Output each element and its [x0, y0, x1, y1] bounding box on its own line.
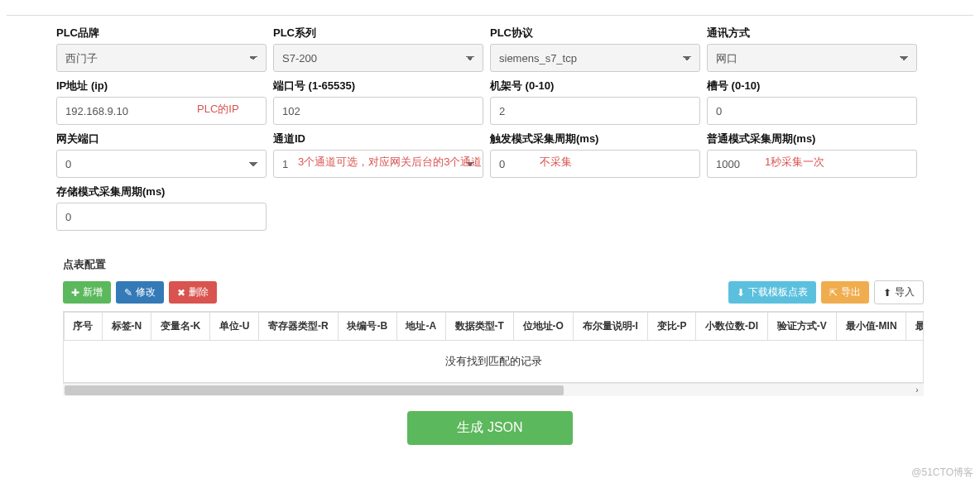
plc-brand-select[interactable]: 西门子 [56, 44, 267, 72]
col-max[interactable]: 最大值-MA [906, 313, 924, 341]
col-unit[interactable]: 单位-U [210, 313, 259, 341]
ip-label: IP地址 (ip) [56, 79, 267, 93]
plc-series-label: PLC系列 [273, 26, 483, 41]
horizontal-scrollbar[interactable]: ‹ › [63, 383, 924, 396]
table-header-row: 序号 标签-N 变量名-K 单位-U 寄存器类型-R 块编号-B 地址-A 数据… [65, 313, 925, 341]
export-icon: ⇱ [829, 287, 838, 299]
plc-series-select[interactable]: S7-200 [273, 44, 483, 72]
slot-input[interactable] [707, 97, 917, 125]
col-bitaddr[interactable]: 位地址-O [513, 313, 573, 341]
port-input[interactable] [273, 97, 483, 125]
ip-input[interactable] [56, 97, 267, 125]
edit-button[interactable]: ✎修改 [116, 281, 164, 304]
export-button[interactable]: ⇱导出 [821, 281, 869, 304]
x-icon: ✖ [177, 287, 185, 299]
point-table-title: 点表配置 [63, 257, 973, 272]
channel-label: 通道ID [273, 132, 483, 146]
port-label: 端口号 (1-65535) [273, 79, 483, 93]
trigger-cycle-input[interactable] [490, 150, 700, 178]
plc-protocol-label: PLC协议 [490, 26, 700, 41]
channel-select[interactable]: 1 [273, 150, 483, 178]
normal-cycle-label: 普通模式采集周期(ms) [707, 132, 917, 146]
col-bool[interactable]: 布尔量说明-I [573, 313, 647, 341]
scrollbar-thumb[interactable] [65, 385, 564, 395]
col-dtype[interactable]: 数据类型-T [445, 313, 513, 341]
generate-json-button[interactable]: 生成 JSON [407, 411, 572, 445]
import-button[interactable]: ⬆导入 [874, 280, 924, 304]
col-index[interactable]: 序号 [65, 313, 103, 341]
col-decimals[interactable]: 小数位数-DI [696, 313, 768, 341]
download-template-button[interactable]: ⬇下载模板点表 [728, 281, 816, 304]
col-varname[interactable]: 变量名-K [151, 313, 209, 341]
scroll-right-arrow[interactable]: › [910, 384, 924, 397]
point-table-toolbar: ✚新增 ✎修改 ✖删除 ⬇下载模板点表 ⇱导出 ⬆导入 [7, 280, 973, 311]
plus-icon: ✚ [71, 287, 79, 299]
store-cycle-label: 存储模式采集周期(ms) [56, 184, 267, 199]
rack-label: 机架号 (0-10) [490, 79, 700, 93]
download-icon: ⬇ [737, 287, 745, 299]
no-data-message: 没有找到匹配的记录 [64, 341, 923, 382]
plc-protocol-select[interactable]: siemens_s7_tcp [490, 44, 700, 72]
add-button[interactable]: ✚新增 [63, 281, 111, 304]
slot-label: 槽号 (0-10) [707, 79, 917, 93]
col-tag[interactable]: 标签-N [102, 313, 151, 341]
delete-button[interactable]: ✖删除 [169, 281, 217, 304]
col-min[interactable]: 最小值-MIN [836, 313, 906, 341]
gateway-port-label: 网关端口 [56, 132, 267, 146]
col-addr[interactable]: 地址-A [396, 313, 445, 341]
comm-mode-label: 通讯方式 [707, 26, 917, 41]
comm-mode-select[interactable]: 网口 [707, 44, 917, 72]
col-regtype[interactable]: 寄存器类型-R [258, 313, 338, 341]
trigger-cycle-label: 触发模式采集周期(ms) [490, 132, 700, 146]
plc-brand-label: PLC品牌 [56, 26, 267, 41]
col-block[interactable]: 块编号-B [338, 313, 396, 341]
rack-input[interactable] [490, 97, 700, 125]
pencil-icon: ✎ [124, 287, 132, 299]
point-table: 序号 标签-N 变量名-K 单位-U 寄存器类型-R 块编号-B 地址-A 数据… [63, 311, 924, 383]
gateway-port-select[interactable]: 0 [56, 150, 267, 178]
col-ratio[interactable]: 变比-P [647, 313, 695, 341]
col-verify[interactable]: 验证方式-V [767, 313, 836, 341]
store-cycle-input[interactable] [56, 203, 267, 231]
config-form: PLC品牌 西门子 PLC系列 S7-200 PLC协议 siemens_s7_… [7, 26, 973, 237]
import-icon: ⬆ [883, 287, 891, 299]
normal-cycle-input[interactable] [707, 150, 917, 178]
